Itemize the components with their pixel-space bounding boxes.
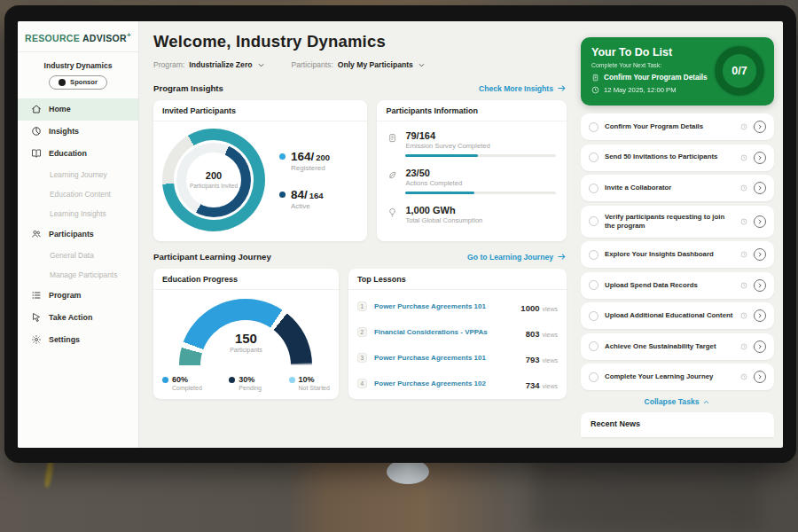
program-filter-dropdown[interactable]: Program: Industrialize Zero (153, 60, 265, 69)
task-checkbox[interactable] (589, 280, 598, 290)
info-value: 79/164 (405, 130, 556, 141)
progress-bar-track (405, 192, 556, 194)
progress-bar-track (405, 154, 556, 157)
chevron-down-icon[interactable] (418, 61, 426, 69)
clock-icon (740, 312, 747, 319)
task-checkbox[interactable] (589, 341, 598, 351)
page-title: Welcome, Industry Dynamics (153, 32, 567, 51)
lesson-row[interactable]: 1 Power Purchase Agreements 101 1000view… (357, 293, 558, 319)
todo-task-item[interactable]: Invite a Collaborator (581, 175, 774, 201)
sidebar-item[interactable]: Learning Insights (18, 204, 138, 223)
chevron-right-icon (756, 373, 763, 380)
task-label: Confirm Your Program Details (605, 122, 734, 131)
lesson-row[interactable]: 3 Power Purchase Agreements 101 793views (357, 345, 558, 371)
task-checkbox[interactable] (589, 184, 598, 193)
chevron-right-icon (756, 154, 763, 161)
legend-label: Active (291, 202, 330, 210)
invited-participants-card: Invited Participants 200 Participants In… (153, 100, 367, 241)
todo-task-item[interactable]: Complete Your Learning Journey (581, 364, 774, 390)
task-checkbox[interactable] (589, 372, 598, 382)
task-checkbox[interactable] (589, 311, 598, 321)
task-checkbox[interactable] (589, 250, 598, 260)
lesson-title-link[interactable]: Power Purchase Agreements 102 (374, 379, 519, 387)
task-open-button[interactable] (754, 248, 766, 261)
sidebar-item[interactable]: Program (18, 285, 138, 307)
sidebar-item-label: General Data (50, 251, 94, 260)
chevron-down-icon[interactable] (257, 61, 265, 69)
legend-percent: 30% (239, 375, 262, 384)
lesson-title-link[interactable]: Financial Considerations - VPPAs (374, 328, 519, 336)
legend-label: Pending (239, 385, 262, 391)
donut-center-value: 200 (206, 170, 222, 181)
donut-legend: 164/ 200 Registered 84/ 164 (279, 150, 330, 210)
education-progress-card: Education Progress 150 Participants (153, 269, 339, 399)
lesson-title-link[interactable]: Power Purchase Agreements 101 (374, 302, 513, 310)
todo-task-item[interactable]: Achieve One Sustainability Target (581, 333, 774, 360)
sidebar-item[interactable]: Education Content (18, 184, 138, 204)
lesson-views-count: 734 (526, 380, 540, 390)
collapse-tasks-link[interactable]: Collapse Tasks (581, 390, 774, 412)
lesson-views-count: 793 (526, 355, 540, 364)
todo-task-list: Confirm Your Program Details Send 50 Inv… (581, 113, 774, 390)
chevron-right-icon (756, 343, 763, 350)
task-open-button[interactable] (754, 152, 766, 164)
task-open-button[interactable] (754, 371, 766, 383)
todo-task-item[interactable]: Send 50 Invitations to Participants (581, 145, 774, 171)
program-filter-value: Industrialize Zero (189, 60, 252, 69)
todo-task-item[interactable]: Upload Additional Educational Content (581, 302, 774, 329)
todo-panel: Your To Do List Complete Your Next Task:… (578, 21, 783, 448)
legend-label: Registered (291, 164, 330, 172)
sidebar-item[interactable]: Take Action (18, 307, 138, 329)
sidebar-item[interactable]: Insights (18, 121, 138, 143)
todo-task-item[interactable]: Explore Your Insights Dashboard (581, 241, 774, 268)
settings-icon (31, 334, 42, 345)
lesson-views-count: 1000 (520, 303, 539, 313)
chevron-right-icon (756, 218, 763, 225)
sidebar-item-label: Settings (49, 335, 80, 344)
participants-filter-dropdown[interactable]: Participants: Only My Participants (292, 60, 426, 69)
top-lessons-title: Top Lessons (348, 269, 567, 290)
sidebar-item-label: Manage Participants (50, 270, 117, 279)
task-open-button[interactable] (754, 121, 766, 133)
clock-icon (740, 184, 747, 192)
task-checkbox[interactable] (589, 153, 598, 162)
lesson-row[interactable]: 2 Financial Considerations - VPPAs 803vi… (357, 319, 558, 345)
sidebar-item[interactable]: General Data (18, 246, 138, 265)
task-checkbox[interactable] (589, 216, 598, 226)
sidebar-item[interactable]: Participants (18, 223, 138, 246)
lesson-row[interactable]: 4 Power Purchase Agreements 102 734views (357, 371, 558, 396)
sponsor-badge[interactable]: Sponsor (49, 75, 107, 90)
sidebar-item[interactable]: Manage Participants (18, 265, 138, 285)
lesson-title-link[interactable]: Power Purchase Agreements 101 (374, 354, 519, 362)
legend-value: 84/ (291, 188, 308, 201)
todo-subtitle: Complete Your Next Task: (591, 62, 708, 68)
todo-task-item[interactable]: Verify participants requesting to join t… (581, 206, 774, 238)
gauge-center-label: Participants (179, 347, 312, 353)
go-to-learning-journey-link[interactable]: Go to Learning Journey (467, 252, 567, 262)
gauge-center-value: 150 (179, 331, 312, 346)
sidebar-item[interactable]: Home (18, 98, 138, 121)
chevron-right-icon (756, 282, 763, 289)
lesson-views-count: 803 (526, 329, 540, 339)
progress-bar-fill (405, 154, 477, 157)
task-checkbox[interactable] (589, 122, 598, 132)
task-open-button[interactable] (754, 340, 766, 353)
brand-advisor: ADVISOR (82, 33, 127, 43)
sidebar-item[interactable]: Settings (18, 329, 138, 351)
todo-task-item[interactable]: Upload Spend Data Records (581, 272, 774, 299)
home-icon (31, 104, 42, 114)
todo-title: Your To Do List (591, 46, 708, 59)
sidebar-item[interactable]: Education (18, 143, 138, 165)
task-label: Complete Your Learning Journey (605, 372, 734, 381)
todo-task-item[interactable]: Confirm Your Program Details (581, 113, 774, 140)
monitor-stand (387, 459, 429, 484)
sidebar-item[interactable]: Learning Journey (18, 165, 138, 184)
participants-information-card: Participants Information 79/164 Emission… (377, 100, 567, 241)
task-open-button[interactable] (754, 182, 766, 194)
task-open-button[interactable] (754, 279, 766, 292)
lesson-row[interactable]: 5 Power Purchase Agreements 103 600views (357, 396, 558, 399)
check-more-insights-link[interactable]: Check More Insights (479, 83, 567, 93)
gauge-legend-item: 10% Not Started (289, 375, 330, 391)
task-open-button[interactable] (754, 309, 766, 322)
task-open-button[interactable] (754, 215, 766, 228)
